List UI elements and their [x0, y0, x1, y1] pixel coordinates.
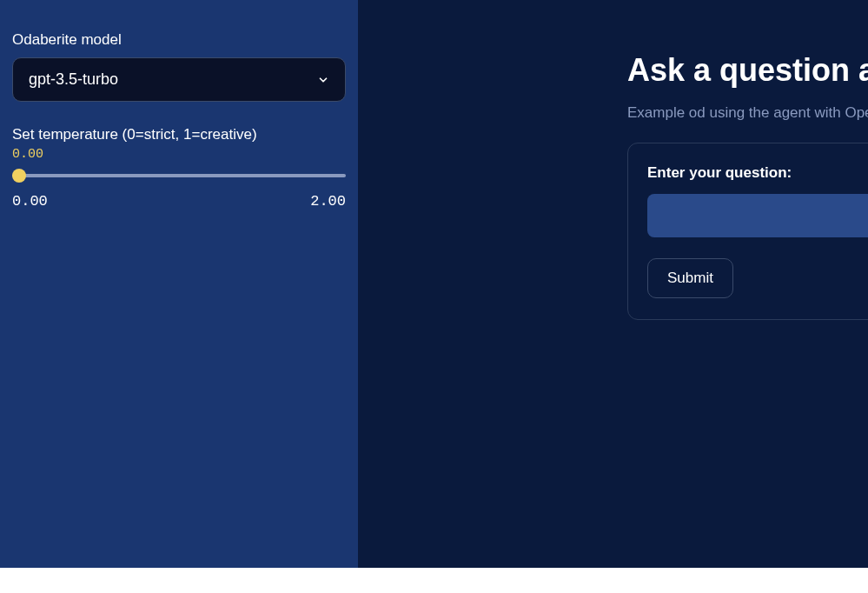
- chevron-down-icon: [317, 74, 329, 86]
- question-form: Enter your question: Submit: [627, 143, 868, 320]
- model-select-value: gpt-3.5-turbo: [29, 70, 118, 89]
- question-label: Enter your question:: [647, 164, 868, 182]
- page-title: Ask a question abo: [627, 52, 868, 89]
- temperature-range: 0.00 2.00: [12, 193, 346, 210]
- submit-button[interactable]: Submit: [647, 258, 733, 298]
- footer-blank: [0, 568, 868, 593]
- slider-track: [12, 174, 346, 177]
- temperature-min: 0.00: [12, 193, 48, 210]
- model-select[interactable]: gpt-3.5-turbo: [12, 57, 346, 102]
- temperature-slider[interactable]: [12, 167, 346, 184]
- temperature-max: 2.00: [310, 193, 346, 210]
- question-input[interactable]: [647, 194, 868, 237]
- model-select-label: Odaberite model: [12, 31, 346, 49]
- main-panel: Ask a question abo Example od using the …: [358, 0, 868, 568]
- page-subtitle: Example od using the agent with Open: [627, 104, 868, 122]
- slider-thumb[interactable]: [12, 169, 26, 183]
- sidebar: Odaberite model gpt-3.5-turbo Set temper…: [0, 0, 358, 568]
- temperature-label: Set temperature (0=strict, 1=creative): [12, 126, 346, 143]
- temperature-value: 0.00: [12, 147, 346, 162]
